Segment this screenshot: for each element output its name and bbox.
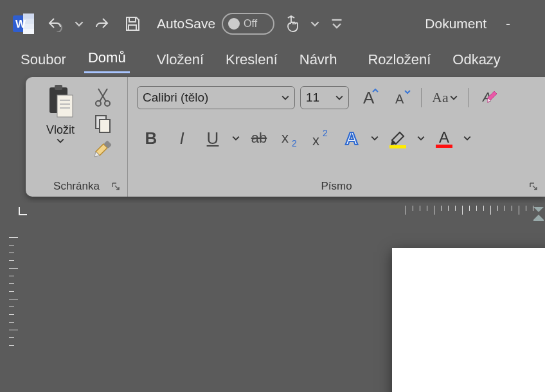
clipboard-dialog-launcher[interactable]	[111, 181, 122, 193]
tab-navrh[interactable]: Návrh	[296, 51, 341, 73]
italic-button[interactable]: I	[168, 127, 196, 150]
customize-qat-button[interactable]	[331, 18, 343, 30]
touch-mode-button[interactable]	[283, 14, 301, 33]
tab-domu[interactable]: Domů	[84, 49, 130, 73]
ribbon: Vložit Schránka Calibri (tě	[26, 77, 545, 197]
svg-rect-18	[100, 120, 110, 132]
save-button[interactable]	[121, 12, 144, 35]
tab-kresleni[interactable]: Kreslení	[222, 51, 281, 73]
underline-button[interactable]: U	[199, 127, 227, 150]
svg-rect-28	[389, 145, 406, 148]
tab-odkazy[interactable]: Odkazy	[449, 51, 505, 73]
ruler-corner-icon	[18, 206, 32, 220]
svg-point-15	[96, 101, 101, 106]
font-dialog-launcher[interactable]	[528, 181, 540, 193]
shrink-font-button[interactable]: A	[386, 86, 413, 109]
undo-dropdown[interactable]	[73, 12, 85, 35]
svg-text:2: 2	[292, 138, 297, 148]
toggle-knob	[228, 18, 240, 30]
tab-rozlozeni[interactable]: Rozložení	[364, 51, 434, 73]
undo-button[interactable]	[44, 12, 67, 35]
font-group-label: Písmo	[128, 180, 545, 193]
svg-rect-30	[436, 145, 452, 148]
bold-button[interactable]: B	[137, 127, 165, 150]
group-clipboard: Vložit Schránka	[26, 77, 127, 197]
text-effects-button[interactable]: A	[337, 127, 366, 150]
ribbon-tabs: Soubor Domů Vložení Kreslení Návrh Rozlo…	[0, 45, 545, 73]
horizontal-ruler[interactable]	[39, 206, 545, 220]
font-name-value: Calibri (tělo)	[143, 91, 208, 105]
superscript-button[interactable]: x2	[307, 127, 335, 150]
autosave-toggle[interactable]: Off	[222, 13, 274, 35]
font-color-button[interactable]: A	[430, 127, 458, 150]
font-color-dropdown[interactable]	[461, 127, 474, 150]
font-name-combo[interactable]: Calibri (tělo)	[137, 86, 295, 109]
touch-mode-dropdown[interactable]	[310, 19, 322, 28]
quick-access-toolbar	[44, 12, 144, 35]
highlight-button[interactable]	[384, 127, 412, 150]
strikethrough-button[interactable]: ab	[245, 127, 273, 150]
font-size-value: 11	[306, 91, 319, 105]
autosave-label: AutoSave	[157, 16, 215, 31]
cut-button[interactable]	[90, 86, 116, 109]
svg-text:x: x	[281, 130, 289, 146]
svg-text:A: A	[345, 129, 358, 148]
grow-font-button[interactable]: A	[354, 86, 381, 109]
svg-rect-10	[55, 85, 62, 90]
subscript-button[interactable]: x2	[276, 127, 304, 150]
font-size-combo[interactable]: 11	[300, 86, 349, 109]
word-app-icon: W	[13, 13, 35, 35]
document-area	[0, 203, 545, 392]
format-painter-button[interactable]	[90, 138, 116, 161]
svg-marker-31	[533, 207, 544, 212]
svg-text:A: A	[439, 129, 449, 146]
tab-vlozeni[interactable]: Vložení	[153, 51, 208, 73]
document-page[interactable]	[392, 248, 545, 392]
svg-rect-11	[57, 95, 73, 117]
underline-dropdown[interactable]	[229, 127, 242, 150]
vertical-ruler[interactable]	[9, 230, 23, 392]
highlight-dropdown[interactable]	[415, 127, 427, 150]
group-font: Calibri (tělo) 11 A A Aa A	[127, 77, 545, 197]
separator	[421, 88, 422, 107]
svg-text:W: W	[15, 18, 26, 30]
document-title-area: Dokument -	[425, 16, 510, 31]
autosave-control: AutoSave Off	[157, 13, 274, 35]
svg-text:2: 2	[323, 129, 328, 138]
svg-marker-32	[533, 215, 544, 220]
document-name[interactable]: Dokument	[425, 16, 487, 31]
autosave-state: Off	[244, 18, 257, 30]
title-bar: W AutoSave Off Dokument -	[0, 0, 545, 45]
text-effects-dropdown[interactable]	[368, 127, 381, 150]
svg-rect-33	[533, 220, 544, 221]
indent-marker-icon[interactable]	[532, 206, 545, 221]
copy-button[interactable]	[90, 112, 116, 135]
separator	[468, 88, 469, 107]
title-separator: -	[506, 16, 510, 31]
change-case-button[interactable]: Aa	[429, 86, 460, 109]
svg-text:A: A	[395, 92, 404, 106]
svg-text:x: x	[312, 132, 319, 148]
tab-soubor[interactable]: Soubor	[17, 51, 70, 73]
clear-formatting-button[interactable]: A	[476, 86, 502, 109]
paste-label: Vložit	[46, 123, 75, 137]
svg-point-16	[105, 101, 110, 106]
change-case-label: Aa	[432, 89, 449, 106]
paste-button[interactable]: Vložit	[35, 84, 86, 161]
redo-button[interactable]	[91, 12, 114, 35]
